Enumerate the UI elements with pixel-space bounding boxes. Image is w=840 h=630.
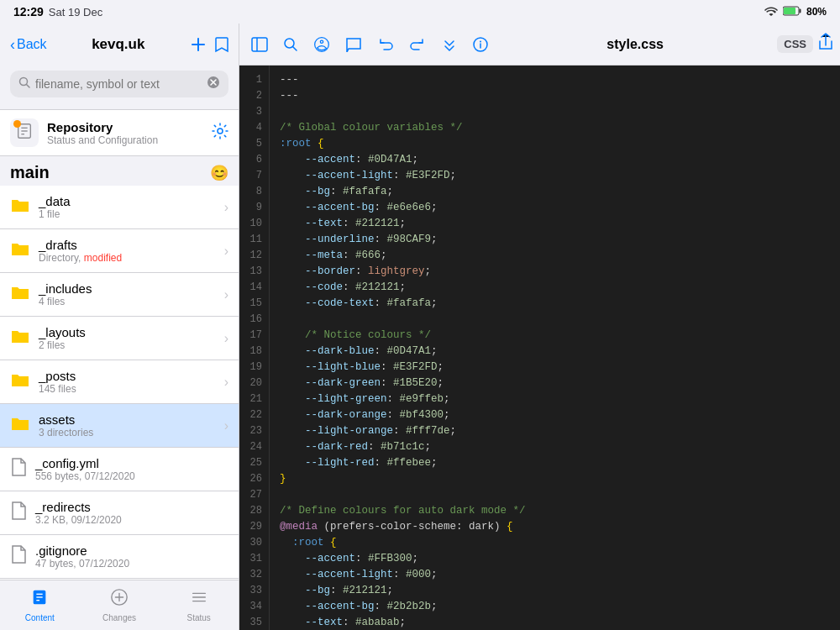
code-area[interactable]: 1 2 3 4 5 6 7 8 9 10 11 12 13 14 15 16 1… [239, 66, 840, 630]
tab-content-label: Content [25, 613, 55, 622]
comment-button[interactable] [340, 34, 367, 55]
file-info: _redirects 3.2 KB, 09/12/2020 [35, 500, 228, 526]
folder-icon [10, 328, 30, 349]
status-indicators: 80% [764, 6, 827, 18]
branch-name: main [10, 163, 50, 182]
line-num: 11 [239, 232, 269, 248]
line-num: 22 [239, 407, 269, 423]
file-name: _redirects [35, 500, 228, 514]
line-num: 29 [239, 519, 269, 535]
clear-search-icon[interactable] [207, 76, 220, 92]
file-item[interactable]: _redirects 3.2 KB, 09/12/2020 [0, 491, 239, 535]
file-meta: 3 directories [39, 427, 216, 438]
file-item[interactable]: _data 1 file › [0, 186, 239, 229]
file-meta: Directory, modified [39, 252, 216, 264]
file-meta: 2 files [39, 339, 216, 351]
line-num: 27 [239, 487, 269, 503]
file-item[interactable]: _drafts Directory, modified › [0, 229, 239, 273]
add-button[interactable] [190, 36, 207, 53]
branch-emoji-icon[interactable]: 😊 [210, 164, 228, 182]
bottom-tabs: Content Changes Status [0, 580, 239, 630]
file-name: _layouts [39, 325, 216, 339]
collapse-button[interactable] [436, 34, 463, 55]
file-item[interactable]: _layouts 2 files › [0, 317, 239, 360]
file-name: .gitignore [35, 543, 228, 558]
status-bar: 12:29 Sat 19 Dec 80% [0, 0, 840, 24]
status-date: Sat 19 Dec [49, 6, 102, 18]
file-info: .gitignore 47 bytes, 07/12/2020 [35, 543, 228, 570]
folder-icon [10, 284, 30, 305]
repository-row[interactable]: Repository Status and Configuration [0, 110, 239, 155]
chevron-right-icon: › [224, 200, 228, 215]
chevron-right-icon: › [224, 418, 228, 433]
repo-settings-icon[interactable] [212, 123, 228, 143]
back-button[interactable]: ‹ Back [10, 36, 47, 54]
info-button[interactable] [468, 34, 493, 55]
line-num: 13 [239, 264, 269, 280]
fingerprint-button[interactable] [308, 33, 335, 56]
svg-line-6 [27, 85, 30, 88]
search-input[interactable] [35, 77, 202, 91]
undo-button[interactable] [372, 34, 399, 55]
line-num: 1 [239, 72, 269, 88]
repository-name: Repository [47, 120, 203, 134]
file-meta: 3.2 KB, 09/12/2020 [35, 514, 228, 526]
line-num: 32 [239, 567, 269, 583]
line-num: 3 [239, 104, 269, 120]
search-icon [18, 76, 30, 92]
branch-section: main 😊 [0, 156, 239, 186]
tab-status[interactable]: Status [159, 588, 239, 622]
line-num: 25 [239, 455, 269, 471]
line-num: 8 [239, 184, 269, 200]
repository-icon [10, 118, 39, 147]
file-meta: 47 bytes, 07/12/2020 [35, 558, 228, 570]
folder-icon [10, 240, 30, 261]
file-icon [10, 544, 27, 569]
file-item[interactable]: _includes 4 files › [0, 273, 239, 317]
share-button[interactable] [818, 33, 833, 55]
search-in-file-button[interactable] [278, 34, 303, 55]
line-num: 35 [239, 615, 269, 630]
file-item[interactable]: .gitignore 47 bytes, 07/12/2020 [0, 535, 239, 579]
back-label: Back [17, 37, 47, 52]
file-name: _includes [39, 281, 216, 296]
svg-rect-1 [799, 8, 801, 13]
line-num: 6 [239, 152, 269, 168]
code-content[interactable]: --- --- /* Global colour variables */ :r… [270, 66, 840, 630]
sidebar-toggle-button[interactable] [246, 34, 273, 55]
tab-changes-label: Changes [102, 613, 136, 622]
redo-button[interactable] [404, 34, 431, 55]
file-item[interactable]: _config.yml 556 bytes, 07/12/2020 [0, 448, 239, 491]
svg-point-30 [480, 40, 481, 42]
chevron-right-icon: › [224, 244, 228, 259]
file-meta: 1 file [39, 208, 216, 220]
editor-filename: style.css [498, 37, 772, 52]
file-item[interactable]: _posts 145 files › [0, 360, 239, 404]
line-num: 17 [239, 328, 269, 344]
line-num: 4 [239, 120, 269, 136]
file-meta: 4 files [39, 296, 216, 307]
editor-toolbar: style.css CSS [239, 24, 840, 66]
chevron-right-icon: › [224, 331, 228, 346]
file-item-assets[interactable]: assets 3 directories › [0, 404, 239, 448]
file-name: _data [39, 194, 216, 208]
chevron-right-icon: › [224, 375, 228, 390]
repository-subtitle: Status and Configuration [47, 134, 203, 146]
file-meta: 145 files [39, 383, 216, 395]
modified-badge: modified [84, 252, 122, 264]
tab-content[interactable]: Content [0, 588, 80, 622]
line-numbers: 1 2 3 4 5 6 7 8 9 10 11 12 13 14 15 16 1… [239, 66, 270, 630]
sidebar: ‹ Back kevq.uk [0, 24, 239, 630]
svg-rect-2 [784, 8, 795, 14]
line-num: 7 [239, 168, 269, 184]
line-num: 26 [239, 471, 269, 487]
tab-changes[interactable]: Changes [80, 588, 160, 622]
file-icon [10, 501, 27, 525]
file-info: _layouts 2 files [39, 325, 216, 351]
line-num: 16 [239, 312, 269, 328]
line-num: 14 [239, 280, 269, 296]
file-name: assets [39, 412, 216, 427]
bookmark-button[interactable] [215, 36, 228, 53]
line-num: 12 [239, 248, 269, 264]
file-info: _config.yml 556 bytes, 07/12/2020 [35, 456, 228, 482]
